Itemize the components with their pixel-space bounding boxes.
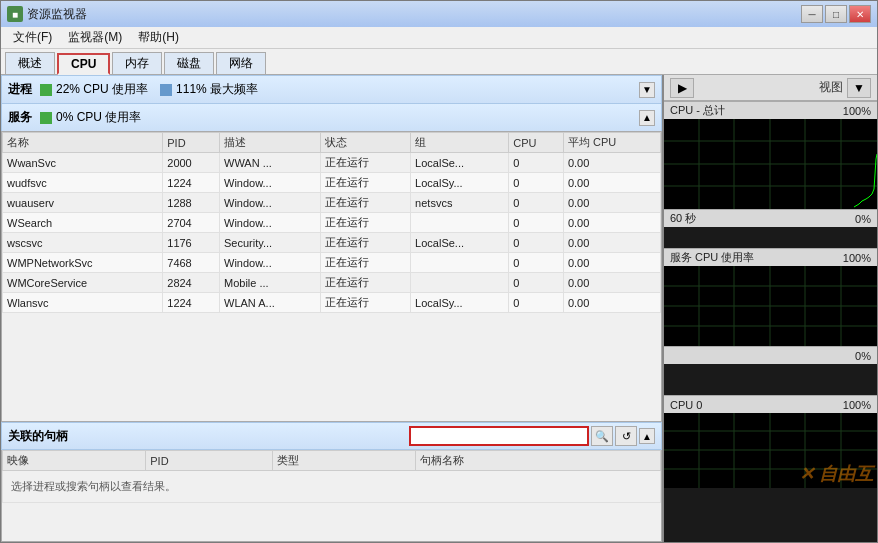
services-table-wrapper[interactable]: 名称 PID 描述 状态 组 CPU 平均 CPU WwanSvc2000WWA… xyxy=(1,131,662,422)
svc-cpu-graph-section: 服务 CPU 使用率 100% xyxy=(664,248,877,395)
svc-cpu-stat: 0% CPU 使用率 xyxy=(40,109,141,126)
view-control: 视图 ▼ xyxy=(819,78,871,98)
tab-overview[interactable]: 概述 xyxy=(5,52,55,74)
col-pid[interactable]: PID xyxy=(163,133,220,153)
menu-monitor[interactable]: 监视器(M) xyxy=(60,27,130,48)
search-box: 🔍 ↺ ▲ xyxy=(409,426,655,446)
col-image[interactable]: 映像 xyxy=(3,451,146,471)
right-panel: ▶ 视图 ▼ CPU - 总计 100% xyxy=(662,75,877,542)
freq-stat-dot xyxy=(160,84,172,96)
processes-stats: 22% CPU 使用率 111% 最大频率 xyxy=(40,81,258,98)
cpu-total-label: CPU - 总计 xyxy=(670,103,725,118)
handles-empty-text: 选择进程或搜索句柄以查看结果。 xyxy=(3,471,661,503)
cpu-total-graph xyxy=(664,119,877,209)
table-row[interactable]: wudfsvc1224Window...正在运行LocalSy...00.00 xyxy=(3,173,661,193)
cpu0-graph: ✕ 自由互 xyxy=(664,413,877,488)
services-collapse-button[interactable]: ▲ xyxy=(639,110,655,126)
svc-cpu-label: 服务 CPU 使用率 xyxy=(670,250,754,265)
cpu0-percent: 100% xyxy=(843,399,871,411)
maximize-button[interactable]: □ xyxy=(825,5,847,23)
cpu0-label: CPU 0 xyxy=(670,399,702,411)
tab-disk[interactable]: 磁盘 xyxy=(164,52,214,74)
col-name[interactable]: 名称 xyxy=(3,133,163,153)
processes-header-left: 进程 22% CPU 使用率 111% 最大频率 xyxy=(8,81,258,98)
refresh-button[interactable]: ↺ xyxy=(615,426,637,446)
table-row[interactable]: wscsvc1176Security...正在运行LocalSe...00.00 xyxy=(3,233,661,253)
cpu0-label-bar: CPU 0 100% xyxy=(664,395,877,413)
cpu-stat-text: 22% CPU 使用率 xyxy=(56,81,148,98)
cpu-total-svg xyxy=(664,119,877,209)
expand-button[interactable]: ▶ xyxy=(670,78,694,98)
view-label: 视图 xyxy=(819,79,843,96)
cpu-total-bottom-percent: 0% xyxy=(855,213,871,225)
svc-cpu-label-bar: 服务 CPU 使用率 100% xyxy=(664,248,877,266)
handles-header: 关联的句柄 🔍 ↺ ▲ xyxy=(1,422,662,450)
tab-bar: 概述 CPU 内存 磁盘 网络 xyxy=(1,49,877,75)
processes-collapse-button[interactable]: ▼ xyxy=(639,82,655,98)
freq-stat-text: 111% 最大频率 xyxy=(176,81,258,98)
col-hpid[interactable]: PID xyxy=(146,451,272,471)
col-avg-cpu[interactable]: 平均 CPU xyxy=(563,133,660,153)
close-button[interactable]: ✕ xyxy=(849,5,871,23)
cpu0-graph-section: CPU 0 100% ✕ 自由互 xyxy=(664,395,877,542)
cpu-total-bottom-bar: 60 秒 0% xyxy=(664,209,877,227)
tab-cpu[interactable]: CPU xyxy=(57,53,110,75)
services-table: 名称 PID 描述 状态 组 CPU 平均 CPU WwanSvc2000WWA… xyxy=(2,132,661,313)
col-desc[interactable]: 描述 xyxy=(220,133,321,153)
svc-cpu-dot xyxy=(40,112,52,124)
handles-table: 映像 PID 类型 句柄名称 选择进程或搜索句柄以查看结果。 xyxy=(2,450,661,503)
services-section: 服务 0% CPU 使用率 ▲ xyxy=(1,103,662,422)
svc-cpu-text: 0% CPU 使用率 xyxy=(56,109,141,126)
handles-title: 关联的句柄 xyxy=(8,428,68,445)
table-row[interactable]: Wlansvc1224WLAN A...正在运行LocalSy...00.00 xyxy=(3,293,661,313)
svc-cpu-bottom-percent: 0% xyxy=(855,350,871,362)
cpu-total-percent: 100% xyxy=(843,105,871,117)
processes-title: 进程 xyxy=(8,81,32,98)
main-window: ■ 资源监视器 ─ □ ✕ 文件(F) 监视器(M) 帮助(H) 概述 CPU … xyxy=(0,0,878,543)
table-row[interactable]: WMPNetworkSvc7468Window...正在运行00.00 xyxy=(3,253,661,273)
menu-file[interactable]: 文件(F) xyxy=(5,27,60,48)
search-button[interactable]: 🔍 xyxy=(591,426,613,446)
col-cpu[interactable]: CPU xyxy=(509,133,564,153)
svc-cpu-bottom-bar: 0% xyxy=(664,346,877,364)
cpu-stat: 22% CPU 使用率 xyxy=(40,81,148,98)
main-content: 进程 22% CPU 使用率 111% 最大频率 ▼ xyxy=(1,75,877,542)
cpu0-svg xyxy=(664,413,877,488)
col-status[interactable]: 状态 xyxy=(321,133,411,153)
cpu-total-label-bar: CPU - 总计 100% xyxy=(664,101,877,119)
svc-cpu-svg xyxy=(664,266,877,346)
menu-bar: 文件(F) 监视器(M) 帮助(H) xyxy=(1,27,877,49)
left-panel: 进程 22% CPU 使用率 111% 最大频率 ▼ xyxy=(1,75,662,542)
handles-table-wrapper[interactable]: 映像 PID 类型 句柄名称 选择进程或搜索句柄以查看结果。 xyxy=(1,450,662,542)
table-row[interactable]: WwanSvc2000WWAN ...正在运行LocalSe...00.00 xyxy=(3,153,661,173)
menu-help[interactable]: 帮助(H) xyxy=(130,27,187,48)
services-title: 服务 xyxy=(8,109,32,126)
handles-search-input[interactable] xyxy=(409,426,589,446)
col-group[interactable]: 组 xyxy=(411,133,509,153)
right-top-bar: ▶ 视图 ▼ xyxy=(664,75,877,101)
table-row[interactable]: wuauserv1288Window...正在运行netsvcs00.00 xyxy=(3,193,661,213)
svc-cpu-percent: 100% xyxy=(843,252,871,264)
svc-cpu-graph xyxy=(664,266,877,346)
window-controls: ─ □ ✕ xyxy=(801,5,871,23)
table-row[interactable]: WSearch2704Window...正在运行00.00 xyxy=(3,213,661,233)
col-type[interactable]: 类型 xyxy=(272,451,415,471)
table-row[interactable]: WMCoreService2824Mobile ...正在运行00.00 xyxy=(3,273,661,293)
app-icon: ■ xyxy=(7,6,23,22)
services-stats: 0% CPU 使用率 xyxy=(40,109,141,126)
services-section-header[interactable]: 服务 0% CPU 使用率 ▲ xyxy=(1,103,662,131)
title-bar: ■ 资源监视器 ─ □ ✕ xyxy=(1,1,877,27)
col-handle-name[interactable]: 句柄名称 xyxy=(415,451,660,471)
freq-stat: 111% 最大频率 xyxy=(160,81,258,98)
cpu-stat-dot xyxy=(40,84,52,96)
cpu-total-graph-section: CPU - 总计 100% xyxy=(664,101,877,248)
cpu-total-seconds: 60 秒 xyxy=(670,211,696,226)
handles-section: 关联的句柄 🔍 ↺ ▲ 映像 PID 类型 xyxy=(1,422,662,542)
title-bar-left: ■ 资源监视器 xyxy=(7,6,87,23)
view-dropdown-button[interactable]: ▼ xyxy=(847,78,871,98)
tab-network[interactable]: 网络 xyxy=(216,52,266,74)
minimize-button[interactable]: ─ xyxy=(801,5,823,23)
processes-section-header[interactable]: 进程 22% CPU 使用率 111% 最大频率 ▼ xyxy=(1,75,662,103)
handles-collapse-button[interactable]: ▲ xyxy=(639,428,655,444)
tab-memory[interactable]: 内存 xyxy=(112,52,162,74)
